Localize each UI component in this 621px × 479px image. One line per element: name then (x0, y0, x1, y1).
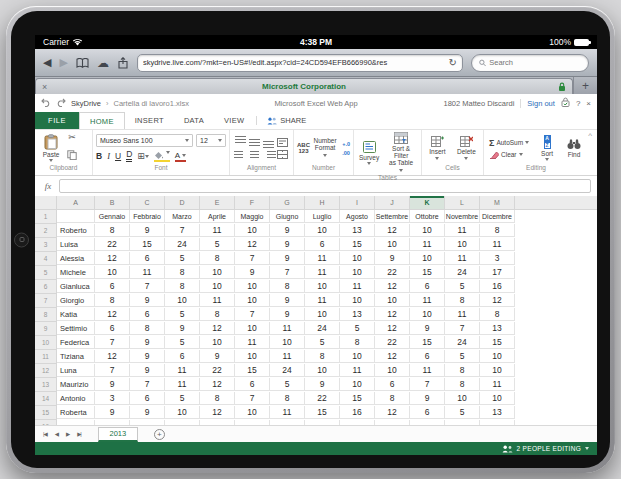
first-sheet-button[interactable]: |◀ (40, 431, 50, 437)
cell-F9[interactable]: 10 (235, 322, 270, 335)
cell-J7[interactable]: 10 (375, 294, 410, 307)
cell-D15[interactable]: 10 (165, 406, 200, 419)
cell-H3[interactable]: 6 (305, 238, 340, 251)
cell-L9[interactable]: 7 (445, 322, 480, 335)
font-name-select[interactable]: Museo Sans 100 (96, 134, 193, 147)
cell-J14[interactable]: 8 (375, 392, 410, 405)
cell-K9[interactable]: 9 (410, 322, 445, 335)
fill-color-button[interactable] (154, 151, 170, 162)
cell-month-Novembre[interactable]: Novembre (445, 210, 480, 223)
cell-I10[interactable]: 8 (340, 336, 375, 349)
align-left-button[interactable] (234, 151, 243, 158)
column-header-J[interactable]: J (375, 196, 410, 210)
cell-D4[interactable]: 5 (165, 252, 200, 265)
cell-M12[interactable]: 10 (480, 364, 515, 377)
cell-D9[interactable]: 9 (165, 322, 200, 335)
cell-I13[interactable]: 10 (340, 378, 375, 391)
clear-button[interactable]: Clear (489, 151, 529, 159)
align-center-button[interactable] (250, 151, 259, 158)
cell-I2[interactable]: 13 (340, 224, 375, 237)
cell-G7[interactable]: 9 (270, 294, 305, 307)
row-header-16[interactable]: 16 (35, 420, 57, 425)
breadcrumb-filename[interactable]: Cartella di lavoro1.xlsx (114, 99, 189, 108)
cell-F5[interactable]: 9 (235, 266, 270, 279)
cell-J11[interactable]: 12 (375, 350, 410, 363)
cell-D2[interactable]: 7 (165, 224, 200, 237)
row-header-5[interactable]: 5 (35, 266, 57, 280)
row-header-3[interactable]: 3 (35, 238, 57, 252)
cell-M15[interactable]: 13 (480, 406, 515, 419)
cell-J15[interactable]: 12 (375, 406, 410, 419)
cell-L11[interactable]: 5 (445, 350, 480, 363)
cell-G13[interactable]: 5 (270, 378, 305, 391)
row-header-4[interactable]: 4 (35, 252, 57, 266)
cell-L15[interactable]: 5 (445, 406, 480, 419)
cell-month-Aprile[interactable]: Aprile (200, 210, 235, 223)
cell-E14[interactable]: 8 (200, 392, 235, 405)
cell-M16[interactable] (480, 420, 515, 425)
cell-H14[interactable]: 22 (305, 392, 340, 405)
tab-file[interactable]: FILE (35, 112, 79, 129)
font-size-select[interactable]: 12 (196, 134, 226, 147)
cell-H10[interactable]: 5 (305, 336, 340, 349)
cell-K6[interactable]: 6 (410, 280, 445, 293)
cell-K5[interactable]: 15 (410, 266, 445, 279)
align-middle-button[interactable] (249, 139, 260, 146)
cell-M3[interactable]: 11 (480, 238, 515, 251)
cell-name-row12[interactable]: Luna (57, 364, 95, 377)
cell-B5[interactable]: 10 (95, 266, 130, 279)
cell-I15[interactable]: 16 (340, 406, 375, 419)
cell-G9[interactable]: 11 (270, 322, 305, 335)
cell-E5[interactable]: 10 (200, 266, 235, 279)
cell-C7[interactable]: 9 (130, 294, 165, 307)
cell-K8[interactable]: 10 (410, 308, 445, 321)
cell-B8[interactable]: 12 (95, 308, 130, 321)
undo-icon[interactable] (41, 98, 51, 109)
tab-insert[interactable]: INSERT (125, 112, 174, 129)
row-header-15[interactable]: 15 (35, 406, 57, 420)
people-editing-label[interactable]: 2 PEOPLE EDITING (517, 445, 581, 452)
cut-button[interactable]: ✂ (68, 133, 76, 142)
cell-J6[interactable]: 12 (375, 280, 410, 293)
cell-B2[interactable]: 8 (95, 224, 130, 237)
cell-L8[interactable]: 11 (445, 308, 480, 321)
cell-month-Ottobre[interactable]: Ottobre (410, 210, 445, 223)
cell-B9[interactable]: 6 (95, 322, 130, 335)
icloud-tabs-icon[interactable]: ☁ (97, 57, 109, 69)
cell-D16[interactable] (165, 420, 200, 425)
cell-B14[interactable]: 3 (95, 392, 130, 405)
increase-decimal-button[interactable]: +.0 (342, 141, 350, 147)
cell-M8[interactable]: 8 (480, 308, 515, 321)
autosum-button[interactable]: Σ AutoSum (489, 138, 529, 148)
column-header-C[interactable]: C (130, 196, 165, 210)
reload-icon[interactable]: ↻ (449, 57, 457, 68)
cell-name-row6[interactable]: Gianluca (57, 280, 95, 293)
sign-out-link[interactable]: Sign out (520, 99, 555, 108)
row-header-13[interactable]: 13 (35, 378, 57, 392)
font-color-button[interactable]: A (175, 150, 186, 162)
select-all-corner[interactable] (35, 196, 57, 210)
bold-button[interactable]: B (96, 151, 102, 161)
cell-name-row16[interactable] (57, 420, 95, 425)
cell-B12[interactable]: 7 (95, 364, 130, 377)
cell-G14[interactable]: 8 (270, 392, 305, 405)
prev-sheet-button[interactable]: ◀ (52, 431, 61, 437)
close-app-button[interactable]: × (586, 99, 591, 108)
column-header-E[interactable]: E (200, 196, 235, 210)
cell-M14[interactable]: 10 (480, 392, 515, 405)
cell-E13[interactable]: 12 (200, 378, 235, 391)
cell-H6[interactable]: 10 (305, 280, 340, 293)
cell-D13[interactable]: 11 (165, 378, 200, 391)
search-input[interactable] (489, 58, 581, 67)
cell-B15[interactable]: 9 (95, 406, 130, 419)
address-bar[interactable]: skydrive.live.com/?mkt=en-US#!/edit.aspx… (137, 54, 463, 72)
home-button[interactable] (14, 232, 29, 247)
cell-M11[interactable]: 10 (480, 350, 515, 363)
cell-D8[interactable]: 5 (165, 308, 200, 321)
cell-B7[interactable]: 8 (95, 294, 130, 307)
forward-button[interactable]: ▶ (59, 57, 67, 68)
cell-month-Maggio[interactable]: Maggio (235, 210, 270, 223)
breadcrumb-skydrive[interactable]: SkyDrive (71, 99, 101, 108)
column-header-L[interactable]: L (445, 196, 480, 210)
cell-C2[interactable]: 9 (130, 224, 165, 237)
